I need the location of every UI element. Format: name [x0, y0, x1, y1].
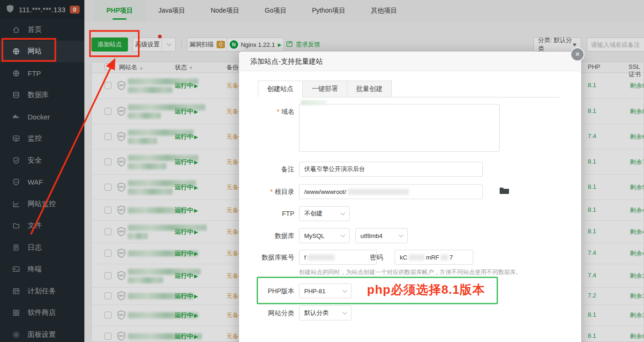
redacted-password: [409, 254, 425, 260]
modal-tab-0[interactable]: 创建站点: [258, 81, 303, 97]
domain-label: *域名: [239, 104, 294, 119]
modal-tab-2[interactable]: 批量创建: [347, 81, 392, 97]
redacted-path: [348, 189, 409, 195]
root-dir-label: *根目录: [239, 184, 294, 199]
chevron-down-icon: [343, 288, 347, 292]
db-charset-select[interactable]: utf8mb4: [355, 228, 408, 243]
database-label: 数据库: [239, 228, 294, 243]
chevron-down-icon: [399, 232, 404, 237]
app-root: 111.***.***.133 0 首页网站FTP数据库Docker监控安全WA…: [0, 0, 644, 342]
db-password-input[interactable]: kCmRF7: [395, 250, 473, 265]
php-version-select[interactable]: PHP-81: [299, 283, 352, 298]
modal-tabs: 创建站点一键部署批量创建: [258, 81, 391, 97]
note-label: 备注: [239, 162, 294, 177]
add-site-modal: 添加站点-支持批量建站 创建站点一键部署批量创建 *域名 备注 *根目录 /ww…: [239, 52, 581, 342]
folder-icon[interactable]: [499, 186, 509, 196]
password-label: 密码: [341, 250, 383, 265]
modal-close-button[interactable]: ×: [570, 47, 584, 61]
chevron-down-icon: [343, 310, 347, 314]
ftp-label: FTP: [239, 206, 294, 221]
redacted-password: [441, 254, 448, 260]
modal-title: 添加站点-支持批量建站: [239, 52, 581, 71]
domain-textarea[interactable]: [299, 104, 500, 152]
root-dir-input[interactable]: /www/wwwroot/: [299, 184, 483, 199]
site-category-label: 网站分类: [239, 305, 294, 320]
note-input[interactable]: [299, 162, 483, 177]
modal-tab-1[interactable]: 一键部署: [302, 81, 347, 97]
chevron-down-icon: [341, 210, 345, 215]
db-type-select[interactable]: MySQL: [299, 228, 350, 243]
ftp-select[interactable]: 不创建: [299, 206, 350, 221]
chevron-down-icon: [341, 232, 345, 237]
redacted-domain-text: [301, 100, 327, 105]
redacted-username: [307, 254, 335, 260]
db-help-text: 创建站点的同时，为站点创建一个对应的数据库帐户，方便不同站点使用不同数据库。: [299, 268, 522, 276]
db-account-label: 数据库账号: [239, 250, 294, 265]
php-version-label: PHP版本: [239, 283, 294, 298]
site-category-select[interactable]: 默认分类: [299, 305, 352, 320]
